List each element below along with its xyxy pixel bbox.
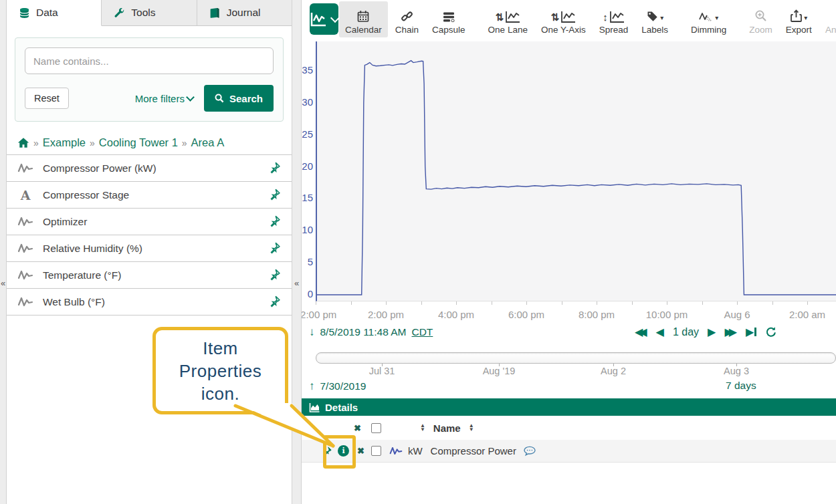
trend-mini-icon: [609, 11, 625, 23]
capsule-icon: [442, 11, 455, 23]
tab-data-label: Data: [36, 7, 58, 19]
display-range-start-label[interactable]: 8/5/2019 11:48 AM: [320, 326, 407, 338]
investigate-duration-label[interactable]: 7 days: [726, 380, 756, 392]
search-input[interactable]: [25, 47, 274, 74]
list-item-relative-humidity[interactable]: Relative Humidity (%): [7, 235, 292, 262]
x-axis-tick-label: 2:00 am: [789, 309, 825, 320]
chain-icon: [401, 10, 413, 23]
signal-icon: [17, 216, 33, 227]
zoom-in-icon: [754, 9, 768, 23]
remove-item-icon[interactable]: ✖: [357, 446, 364, 456]
list-item-wet-bulb[interactable]: Wet Bulb (°F): [7, 289, 292, 316]
x-axis-tick-label: 4:00 pm: [438, 309, 474, 320]
home-icon[interactable]: [17, 137, 29, 148]
dimming-icon: [699, 11, 714, 23]
pin-icon[interactable]: [268, 295, 281, 308]
step-back-full-icon[interactable]: ◀◀: [635, 326, 647, 338]
calendar-mode-button[interactable]: Calendar: [339, 1, 388, 37]
export-icon: [790, 9, 803, 23]
trend-plot-area[interactable]: [316, 41, 836, 301]
x-axis-tick-label: 10:00 pm: [646, 309, 688, 320]
breadcrumb-area-a[interactable]: Area A: [191, 136, 225, 149]
breadcrumb-cooling-tower-1[interactable]: Cooling Tower 1: [99, 136, 178, 149]
refresh-icon[interactable]: [765, 326, 776, 338]
caret-down-icon: ▾: [804, 15, 807, 21]
axis-tick: [772, 301, 773, 305]
chain-view-button[interactable]: Chain: [389, 1, 425, 37]
step-back-half-icon[interactable]: ◀: [656, 326, 664, 338]
search-icon: [215, 94, 224, 103]
callout-line: Item: [203, 337, 238, 360]
collapse-sidebar-icon[interactable]: «: [292, 274, 301, 291]
row-checkbox[interactable]: [371, 446, 381, 456]
one-lane-button[interactable]: ⇅ One Lane: [482, 1, 534, 37]
up-arrow-icon: ↑: [309, 380, 315, 393]
sort-icon[interactable]: ▲▼: [420, 424, 425, 432]
journal-icon: [209, 7, 221, 19]
list-item-optimizer[interactable]: Optimizer: [7, 209, 292, 235]
zoom-button[interactable]: Zoom: [743, 1, 778, 37]
axis-tick: [316, 301, 316, 305]
sort-icon[interactable]: ▲▼: [469, 424, 474, 432]
asset-item-list: Compressor Power (kW) A Compressor Stage…: [7, 154, 292, 316]
name-cell[interactable]: Compressor Power: [431, 445, 516, 457]
one-y-axis-button[interactable]: ⇅ One Y-Axis: [535, 1, 592, 37]
list-item-compressor-stage[interactable]: A Compressor Stage: [7, 182, 292, 209]
list-item-temperature[interactable]: Temperature (°F): [7, 262, 292, 289]
reset-button[interactable]: Reset: [25, 88, 69, 109]
step-forward-half-icon[interactable]: ▶: [708, 326, 716, 338]
investigate-range-row: ↑ 7/30/2019 7 days: [300, 380, 836, 394]
y-axis-tick-label: 5: [300, 256, 313, 267]
view-selector-button[interactable]: [310, 3, 338, 35]
x-axis-tick-label: 6:00 pm: [508, 309, 544, 320]
investigate-range-slider[interactable]: [316, 352, 836, 364]
timezone-link[interactable]: CDT: [411, 326, 433, 338]
step-to-end-icon[interactable]: ▶: [746, 326, 756, 338]
capsule-time-button[interactable]: Capsule: [426, 1, 472, 37]
down-arrow-icon: ↓: [309, 326, 315, 339]
axis-tick: [737, 301, 738, 305]
tab-tools[interactable]: Tools: [102, 0, 197, 25]
trend-view-icon: [310, 12, 327, 27]
pin-icon[interactable]: [268, 268, 281, 281]
step-forward-full-icon[interactable]: ▶▶: [724, 326, 737, 338]
trend-chart: [317, 41, 836, 301]
select-all-checkbox[interactable]: [371, 423, 381, 433]
trend-view: Calendar Chain: [300, 0, 836, 504]
remove-all-icon[interactable]: ✖: [354, 423, 361, 433]
more-filters-link[interactable]: More filters: [135, 93, 193, 104]
tab-tools-label: Tools: [131, 7, 155, 19]
collapse-left-icon[interactable]: «: [0, 274, 6, 291]
search-panel: Reset More filters Search: [15, 37, 284, 122]
pin-icon[interactable]: [268, 215, 281, 228]
dimming-button[interactable]: ▾ Dimming: [685, 1, 732, 37]
database-icon: [19, 7, 30, 19]
annotate-item-icon[interactable]: [523, 446, 536, 457]
compressor-power-series-line: [317, 61, 836, 295]
export-button[interactable]: ▾ Export: [780, 1, 818, 37]
tab-data[interactable]: Data: [7, 0, 102, 26]
annotate-button[interactable]: Annotate: [819, 1, 836, 37]
signal-icon: [389, 446, 403, 456]
breadcrumb-separator: »: [182, 138, 187, 148]
pin-icon[interactable]: [268, 241, 281, 255]
left-collapse-rail[interactable]: «: [0, 0, 7, 504]
labels-button[interactable]: ▾ Labels: [635, 1, 674, 37]
spread-button[interactable]: ↕ Spread: [593, 1, 635, 37]
investigate-start-label[interactable]: 7/30/2019: [320, 380, 367, 392]
breadcrumb-example[interactable]: Example: [43, 136, 86, 149]
details-row-compressor-power[interactable]: i ✖ kW Compressor Power: [300, 440, 836, 463]
name-column-header[interactable]: Name: [433, 422, 461, 434]
timebar-tick-label: Jul 31: [369, 366, 395, 376]
y-axis-tick-label: 20: [300, 160, 313, 172]
display-range-row: ↓ 8/5/2019 11:48 AM CDT ◀◀ ◀ 1 day ▶ ▶▶ …: [300, 326, 836, 342]
list-item-compressor-power[interactable]: Compressor Power (kW): [7, 155, 292, 182]
pin-icon[interactable]: [268, 161, 281, 174]
tab-journal[interactable]: Journal: [197, 0, 292, 25]
pin-icon[interactable]: [268, 188, 281, 201]
axis-tick: [667, 301, 667, 305]
search-button[interactable]: Search: [204, 85, 274, 112]
x-axis-tick-label: 2:00 pm: [368, 309, 404, 320]
axis-tick: [702, 301, 703, 305]
step-size-label[interactable]: 1 day: [673, 326, 699, 338]
